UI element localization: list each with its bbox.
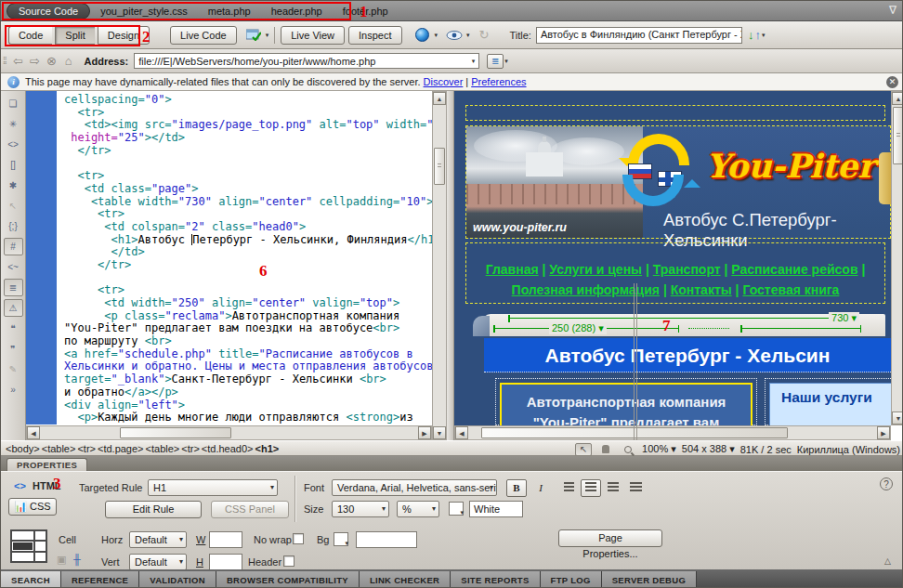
scroll-thumb[interactable] bbox=[893, 107, 903, 164]
close-info-bar-icon[interactable]: ✕ bbox=[886, 76, 898, 88]
scroll-thumb[interactable] bbox=[434, 148, 445, 185]
site-nav-link[interactable]: Главная bbox=[486, 262, 539, 277]
site-nav-link[interactable]: Расписание рейсов bbox=[731, 262, 857, 277]
page-properties-button[interactable]: Page Properties... bbox=[558, 529, 662, 547]
page-h1-heading[interactable]: Автобус Петербург - Хельсин bbox=[484, 338, 891, 372]
file-get-icon[interactable]: ↓ bbox=[748, 28, 754, 42]
results-tab-site-reports[interactable]: SITE REPORTS bbox=[451, 571, 540, 588]
help-icon[interactable]: ? bbox=[880, 477, 893, 490]
tag-selector-item[interactable]: <h1> bbox=[255, 443, 280, 454]
results-tab-search[interactable]: SEARCH bbox=[1, 571, 61, 588]
site-nav-link[interactable]: Контакты bbox=[671, 282, 732, 297]
tag-selector-item[interactable]: <table> bbox=[146, 443, 180, 454]
table-width-bar[interactable]: 730 ▾ 250 (288) ▾ bbox=[482, 314, 885, 336]
window-size[interactable]: 504 x 388 ▾ bbox=[682, 443, 735, 455]
split-cell-icon[interactable]: ╫ bbox=[73, 554, 81, 565]
design-view[interactable]: www.you-piter.ru You-Piter Автобус С.Пет… bbox=[454, 91, 891, 425]
collapse-full-tag-icon[interactable]: <> bbox=[4, 136, 23, 153]
align-center-button[interactable] bbox=[581, 479, 601, 497]
scroll-left-icon[interactable]: ◀ bbox=[27, 426, 40, 439]
zoom-tool-icon[interactable] bbox=[620, 443, 636, 456]
code-horizontal-scrollbar[interactable]: ◀ ▶ bbox=[26, 425, 432, 440]
code-navigator-icon[interactable]: ✳ bbox=[4, 115, 23, 133]
width-input[interactable] bbox=[209, 531, 242, 548]
size-unit-select[interactable]: % bbox=[397, 501, 439, 517]
font-select[interactable]: Verdana, Arial, Helvetica, sans-serif bbox=[332, 479, 497, 496]
select-parent-tag-icon[interactable]: ↖ bbox=[4, 197, 23, 215]
code-vertical-scrollbar[interactable]: ▲ ▼ bbox=[432, 91, 447, 440]
scroll-thumb[interactable] bbox=[120, 427, 231, 438]
remove-comment-icon[interactable]: ❞ bbox=[4, 340, 23, 358]
line-numbers-icon[interactable]: # bbox=[4, 238, 23, 255]
check-browser-compatibility-icon[interactable] bbox=[242, 26, 265, 45]
format-source-code-icon[interactable]: ✎ bbox=[4, 360, 23, 378]
more-tools-chevron-icon[interactable]: » bbox=[4, 381, 23, 399]
properties-tab[interactable]: PROPERTIES bbox=[7, 458, 87, 471]
scroll-down-icon[interactable]: ▼ bbox=[433, 426, 446, 439]
syntax-error-alerts-icon[interactable]: ⚠ bbox=[4, 299, 23, 317]
tag-selector-item[interactable]: <tr> bbox=[181, 443, 200, 454]
live-view-button[interactable]: Live View bbox=[281, 26, 345, 45]
css-mode-button[interactable]: 📊 CSS bbox=[8, 498, 57, 516]
inspect-button[interactable]: Inspect bbox=[348, 26, 401, 45]
home-icon[interactable]: ⌂ bbox=[60, 54, 77, 68]
bold-button[interactable]: B bbox=[506, 479, 527, 497]
address-input[interactable]: file:///E|/WebServers/home/you-piter/www… bbox=[134, 53, 479, 69]
file-put-icon[interactable]: ↑ bbox=[754, 28, 761, 42]
collapse-selection-icon[interactable]: [] bbox=[4, 156, 23, 174]
scroll-left-icon[interactable]: ◀ bbox=[455, 426, 468, 439]
scroll-up-icon[interactable]: ▲ bbox=[433, 92, 446, 105]
tag-selector-item[interactable]: <td.page> bbox=[98, 443, 144, 454]
column-width-value[interactable]: 250 (288) ▾ bbox=[549, 322, 607, 334]
site-nav-link[interactable]: Полезная информация bbox=[512, 282, 660, 297]
tag-selector-item[interactable]: <body> bbox=[6, 443, 40, 454]
results-tab-server-debug[interactable]: SERVER DEBUG bbox=[602, 571, 697, 588]
bg-color-field[interactable] bbox=[356, 531, 417, 548]
discover-link[interactable]: Discover bbox=[424, 76, 464, 87]
select-tool-icon[interactable]: ↖ bbox=[575, 443, 592, 456]
preview-in-browser-icon[interactable] bbox=[412, 26, 434, 45]
text-color-field[interactable]: White bbox=[469, 501, 523, 517]
scroll-up-icon[interactable]: ▲ bbox=[892, 92, 903, 105]
results-tab-link-checker[interactable]: LINK CHECKER bbox=[360, 571, 451, 588]
hand-tool-icon[interactable] bbox=[597, 443, 614, 456]
open-documents-icon[interactable]: ❏ bbox=[4, 95, 23, 112]
edit-rule-button[interactable]: Edit Rule bbox=[105, 501, 202, 518]
table-width-value[interactable]: 730 ▾ bbox=[829, 312, 859, 324]
horz-select[interactable]: Default bbox=[129, 531, 187, 548]
word-wrap-icon[interactable]: ≣ bbox=[4, 279, 23, 296]
results-tab-validation[interactable]: VALIDATION bbox=[139, 571, 216, 588]
results-tab-reference[interactable]: REFERENCE bbox=[61, 571, 139, 588]
no-wrap-checkbox[interactable] bbox=[293, 533, 304, 544]
file-management-list-icon[interactable]: ≣ bbox=[487, 54, 504, 69]
header-checkbox[interactable] bbox=[283, 555, 294, 567]
split-divider[interactable] bbox=[447, 91, 454, 440]
forward-icon[interactable]: ⇨ bbox=[27, 54, 44, 68]
scroll-down-icon[interactable]: ▼ bbox=[892, 412, 903, 425]
results-tab-browser-compatibility[interactable]: BROWSER COMPATIBILITY bbox=[216, 571, 360, 588]
filter-funnel-icon[interactable]: ∇ bbox=[889, 4, 896, 17]
text-color-swatch[interactable] bbox=[449, 502, 464, 516]
address-dropdown-arrow[interactable]: ▾ bbox=[472, 58, 476, 65]
tag-selector-item[interactable]: <tr> bbox=[77, 443, 96, 454]
bg-color-swatch[interactable] bbox=[334, 532, 348, 546]
design-vertical-scrollbar[interactable]: ▲ ▼ bbox=[891, 91, 903, 425]
live-code-button[interactable]: Live Code bbox=[170, 26, 237, 45]
toolbar-grip[interactable]: ⁞⁞ bbox=[3, 56, 7, 66]
balance-braces-icon[interactable]: {;} bbox=[4, 217, 23, 235]
expand-all-icon[interactable]: ✱ bbox=[4, 176, 23, 194]
apply-comment-icon[interactable]: ❝ bbox=[4, 320, 23, 337]
title-input[interactable]: Автобус в Финляндию (Санкт Петербург - Х… bbox=[536, 27, 742, 44]
css-panel-button[interactable]: CSS Panel bbox=[211, 501, 289, 518]
zoom-level[interactable]: 100% ▾ bbox=[642, 443, 676, 455]
vert-select[interactable]: Default bbox=[129, 554, 187, 570]
site-nav-link[interactable]: Гостевая книга bbox=[742, 282, 839, 297]
promo-box[interactable]: Автотранспортная компания "You-Piter" пр… bbox=[500, 383, 752, 425]
italic-button[interactable]: I bbox=[530, 479, 551, 497]
height-input[interactable] bbox=[209, 554, 242, 570]
targeted-rule-select[interactable]: H1 bbox=[148, 479, 278, 496]
align-left-button[interactable] bbox=[558, 479, 579, 497]
highlight-invalid-code-icon[interactable]: <~ bbox=[4, 258, 23, 276]
scroll-right-icon[interactable]: ▶ bbox=[877, 426, 890, 439]
preferences-link[interactable]: Preferences bbox=[471, 76, 526, 87]
